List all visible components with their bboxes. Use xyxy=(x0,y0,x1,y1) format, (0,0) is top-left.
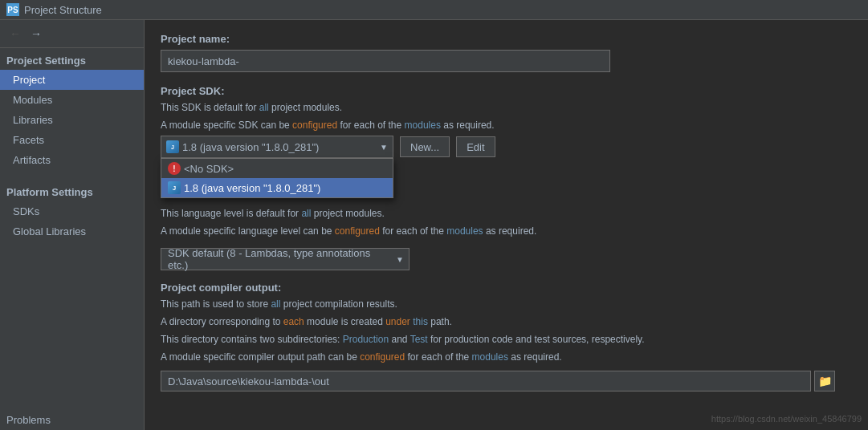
sidebar-item-sdks[interactable]: SDKs xyxy=(0,201,144,221)
sidebar-item-global-libraries[interactable]: Global Libraries xyxy=(0,221,144,241)
sidebar-bottom: Problems xyxy=(0,410,144,430)
compiler-output-label: Project compiler output: xyxy=(161,282,852,294)
sidebar-item-facets[interactable]: Facets xyxy=(0,130,144,150)
no-sdk-label: <No SDK> xyxy=(184,163,234,175)
java-sdk-icon: J xyxy=(168,181,181,194)
sdk-dropdown[interactable]: J 1.8 (java version "1.8.0_281") ▼ xyxy=(161,136,393,158)
lang-level-selected: SDK default (8 - Lambdas, type annotatio… xyxy=(168,247,389,271)
lang-level-row: SDK default (8 - Lambdas, type annotatio… xyxy=(161,248,852,270)
back-button[interactable]: ← xyxy=(6,25,24,43)
compiler-desc-2: A directory corresponding to each module… xyxy=(161,314,852,329)
sdk-row: J 1.8 (java version "1.8.0_281") ▼ ! <No… xyxy=(161,136,852,158)
sidebar-item-libraries[interactable]: Libraries xyxy=(0,110,144,130)
compiler-output-folder-button[interactable]: 📁 xyxy=(814,371,835,391)
sdk-dropdown-wrapper: J 1.8 (java version "1.8.0_281") ▼ ! <No… xyxy=(161,136,393,158)
project-name-label: Project name: xyxy=(161,33,852,45)
compiler-desc-3: This directory contains two subdirectori… xyxy=(161,332,852,347)
nav-buttons: ← → xyxy=(0,20,144,48)
sdk-option-no-sdk[interactable]: ! <No SDK> xyxy=(161,159,393,178)
lang-dropdown-arrow-icon: ▼ xyxy=(396,255,404,264)
sdk-dropdown-popup: ! <No SDK> J 1.8 (java version "1.8.0_28… xyxy=(161,158,393,198)
sidebar-item-project[interactable]: Project xyxy=(0,70,144,90)
project-name-input[interactable] xyxy=(161,50,610,72)
sdk-option-java18[interactable]: J 1.8 (java version "1.8.0_281") xyxy=(161,178,393,197)
project-sdk-label: Project SDK: xyxy=(161,85,852,97)
sdk-java-icon: J xyxy=(166,140,179,153)
window-title: Project Structure xyxy=(24,4,102,16)
lang-level-section: This language level is default for all p… xyxy=(161,206,852,238)
platform-settings-label: Platform Settings xyxy=(0,180,144,201)
lang-description-1: This language level is default for all p… xyxy=(161,206,852,221)
main-container: ← → Project Settings Project Modules Lib… xyxy=(0,20,868,430)
sdk-new-button[interactable]: New... xyxy=(400,136,450,157)
sdk-description-2: A module specific SDK can be configured … xyxy=(161,118,852,132)
compiler-output-row: 📁 xyxy=(161,371,852,391)
dropdown-arrow-icon: ▼ xyxy=(380,143,388,152)
sidebar-divider xyxy=(0,170,144,180)
sidebar-item-problems[interactable]: Problems xyxy=(0,410,144,430)
compiler-desc-4: A module specific compiler output path c… xyxy=(161,350,852,364)
app-icon: PS xyxy=(6,3,19,16)
sdk-selected-label: 1.8 (java version "1.8.0_281") xyxy=(182,141,319,153)
compiler-desc-1: This path is used to store all project c… xyxy=(161,297,852,311)
sidebar: ← → Project Settings Project Modules Lib… xyxy=(0,20,145,430)
content-area: Project name: Project SDK: This SDK is d… xyxy=(145,20,868,430)
lang-level-dropdown[interactable]: SDK default (8 - Lambdas, type annotatio… xyxy=(161,248,410,270)
sdk-edit-button[interactable]: Edit xyxy=(456,136,495,157)
watermark: https://blog.csdn.net/weixin_45846799 xyxy=(711,414,862,424)
compiler-output-input[interactable] xyxy=(161,371,811,391)
lang-description-2: A module specific language level can be … xyxy=(161,224,852,238)
java18-label: 1.8 (java version "1.8.0_281") xyxy=(184,182,320,194)
title-bar: PS Project Structure xyxy=(0,0,868,20)
sidebar-item-artifacts[interactable]: Artifacts xyxy=(0,150,144,170)
project-settings-label: Project Settings xyxy=(0,48,144,70)
forward-button[interactable]: → xyxy=(27,25,45,43)
sidebar-item-modules[interactable]: Modules xyxy=(0,90,144,110)
sdk-description-1: This SDK is default for all project modu… xyxy=(161,100,852,115)
no-sdk-icon: ! xyxy=(168,162,181,175)
